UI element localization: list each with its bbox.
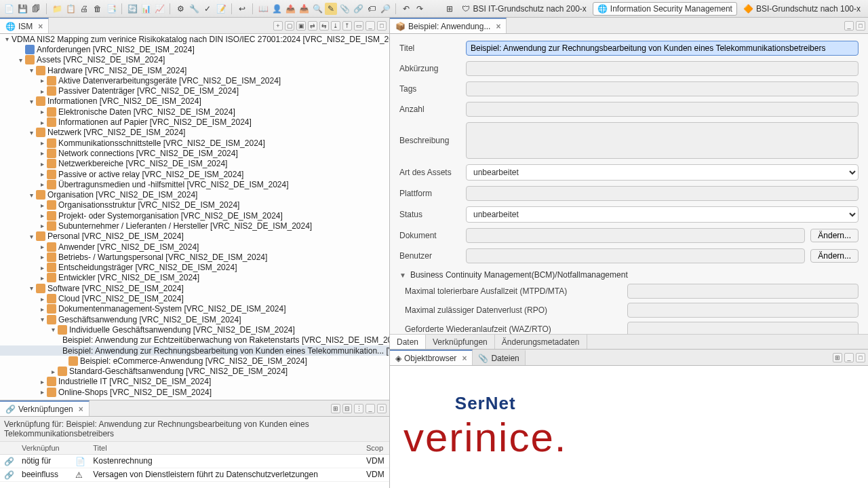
mini-btn[interactable]: ⋮ bbox=[354, 404, 363, 413]
tree-row[interactable]: ▸Kommunikationsschnittstelle [VRC_NIS2_D… bbox=[0, 138, 389, 148]
object-browser-tab[interactable]: ◈ Objektbrowser × bbox=[390, 350, 473, 365]
toolbar-btn[interactable]: 🗑 bbox=[92, 3, 104, 15]
tree-row[interactable]: Beispiel: Anwendung zur Rechnungsbearbei… bbox=[0, 345, 389, 356]
chevron-down-icon[interactable]: ▾ bbox=[49, 326, 57, 333]
button-change-benutzer[interactable]: Ändern... bbox=[810, 249, 859, 263]
tree-row[interactable]: ▾Individuelle Geschäftsanwendung [VRC_NI… bbox=[0, 324, 389, 335]
input-mtpd[interactable] bbox=[627, 284, 859, 299]
chevron-right-icon[interactable]: ▸ bbox=[38, 295, 46, 303]
tree-row[interactable]: ▾Geschäftsanwendung [VRC_NIS2_DE_ISM_202… bbox=[0, 314, 389, 324]
tree-row[interactable]: ▸Cloud [VRC_NIS2_DE_ISM_2024] bbox=[0, 293, 389, 303]
tree-row[interactable]: ▸Anwender [VRC_NIS2_DE_ISM_2024] bbox=[0, 242, 389, 252]
chevron-right-icon[interactable]: ▸ bbox=[38, 170, 46, 178]
tree-row[interactable]: ▾Personal [VRC_NIS2_DE_ISM_2024] bbox=[0, 231, 389, 242]
mini-btn[interactable]: ⊞ bbox=[331, 404, 340, 413]
toolbar-btn[interactable]: ↩ bbox=[236, 3, 248, 15]
edit-icon[interactable]: ✎ bbox=[325, 3, 337, 15]
close-icon[interactable]: × bbox=[38, 22, 43, 31]
input-titel[interactable] bbox=[466, 41, 859, 56]
maximize-icon[interactable]: □ bbox=[856, 21, 865, 31]
mini-btn[interactable]: ⇄ bbox=[308, 21, 317, 31]
col-title[interactable]: Titel bbox=[89, 442, 362, 455]
chevron-right-icon[interactable]: ▸ bbox=[38, 388, 46, 396]
close-icon[interactable]: × bbox=[462, 354, 467, 363]
tree-row[interactable]: ▾Assets [VRC_NIS2_DE_ISM_2024] bbox=[0, 55, 389, 65]
input-dokument[interactable] bbox=[466, 228, 805, 243]
mini-btn[interactable]: ⊟ bbox=[342, 404, 352, 413]
close-icon[interactable]: × bbox=[79, 405, 83, 414]
chevron-right-icon[interactable]: ▸ bbox=[38, 243, 46, 250]
tree-row[interactable]: ▸Aktive Datenverarbeitungsgeräte [VRC_NI… bbox=[0, 75, 389, 86]
perspective-bsi-grundschutz-nach-100-x[interactable]: 🔶BSI-Grundschutz nach 100-x bbox=[738, 2, 865, 16]
toolbar-btn[interactable]: 📊 bbox=[140, 3, 152, 15]
input-waz[interactable] bbox=[627, 322, 859, 334]
chevron-down-icon[interactable]: ▾ bbox=[27, 98, 35, 105]
select-art[interactable]: unbearbeitet bbox=[466, 164, 859, 181]
chevron-right-icon[interactable]: ▸ bbox=[38, 378, 46, 386]
maximize-icon[interactable]: □ bbox=[377, 404, 387, 413]
tree-row[interactable]: ▸Organisationsstruktur [VRC_NIS2_DE_ISM_… bbox=[0, 200, 389, 210]
tree-row[interactable]: ▸Entwickler [VRC_NIS2_DE_ISM_2024] bbox=[0, 273, 389, 283]
tree-row[interactable]: ▸Network connections [VRC_NIS2_DE_ISM_20… bbox=[0, 148, 389, 158]
tree-row[interactable]: ▸Projekt- oder Systemorganisation [VRC_N… bbox=[0, 210, 389, 221]
chevron-down-icon[interactable]: ▾ bbox=[27, 67, 35, 74]
search-icon[interactable]: 🔎 bbox=[379, 3, 391, 15]
input-benutzer[interactable] bbox=[466, 248, 805, 263]
toolbar-btn[interactable]: 📑 bbox=[105, 3, 117, 15]
input-anzahl[interactable] bbox=[466, 102, 859, 117]
toolbar-btn[interactable]: 🔍 bbox=[311, 3, 323, 15]
mini-btn[interactable]: ▭ bbox=[354, 21, 363, 31]
input-plattform[interactable] bbox=[466, 186, 859, 201]
tree-row[interactable]: ▾Netzwerk [VRC_NIS2_DE_ISM_2024] bbox=[0, 128, 389, 138]
toolbar-btn[interactable]: 📎 bbox=[338, 3, 351, 15]
tree-row[interactable]: ▸Netzwerkbereiche [VRC_NIS2_DE_ISM_2024] bbox=[0, 159, 389, 169]
chevron-right-icon[interactable]: ▸ bbox=[38, 264, 46, 271]
chevron-right-icon[interactable]: ▸ bbox=[38, 108, 46, 115]
toolbar-btn[interactable]: 🏷 bbox=[366, 3, 378, 15]
toolbar-btn[interactable]: ✓ bbox=[201, 3, 214, 15]
toolbar-btn[interactable]: 🗐 bbox=[30, 3, 42, 15]
chevron-down-icon[interactable]: ▾ bbox=[16, 56, 24, 64]
select-status[interactable]: unbearbeitet bbox=[466, 206, 859, 223]
links-tab[interactable]: 🔗 Verknüpfungen × bbox=[0, 400, 90, 416]
tab-verknuepfungen[interactable]: Verknüpfungen bbox=[426, 335, 495, 349]
toolbar-btn[interactable]: 🔗 bbox=[352, 3, 364, 15]
tree-row[interactable]: ▸Elektronische Daten [VRC_NIS2_DE_ISM_20… bbox=[0, 107, 389, 117]
tree-row[interactable]: ▾Organisation [VRC_NIS2_DE_ISM_2024] bbox=[0, 189, 389, 200]
toolbar-btn[interactable]: 📝 bbox=[215, 3, 227, 15]
close-icon[interactable]: × bbox=[496, 22, 500, 31]
link-row[interactable]: 🔗nötig für📄KostenrechnungVDM bbox=[0, 455, 389, 468]
section-bcm[interactable]: ▼ Business Continuity Management(BCM)/No… bbox=[399, 270, 859, 280]
link-row[interactable]: 🔗beeinfluss⚠Versagen von Dienstleistern … bbox=[0, 468, 389, 481]
toolbar-btn[interactable]: 📖 bbox=[257, 3, 269, 15]
mini-btn[interactable]: ⇆ bbox=[319, 21, 329, 31]
tree-row[interactable]: ▾Informationen [VRC_NIS2_DE_ISM_2024] bbox=[0, 96, 389, 107]
chevron-right-icon[interactable]: ▸ bbox=[38, 160, 46, 168]
chevron-right-icon[interactable]: ▸ bbox=[38, 222, 46, 229]
chevron-down-icon[interactable]: ▾ bbox=[38, 316, 46, 323]
mini-btn[interactable]: + bbox=[273, 21, 283, 31]
mini-btn[interactable]: ⊞ bbox=[833, 353, 842, 362]
chevron-right-icon[interactable]: ▸ bbox=[38, 149, 46, 157]
tree-row[interactable]: ▸Subunternehmer / Lieferanten / Herstell… bbox=[0, 221, 389, 231]
toolbar-btn[interactable]: 📋 bbox=[64, 3, 77, 15]
toolbar-btn[interactable]: 📄 bbox=[3, 3, 15, 15]
mini-btn[interactable]: ⤓ bbox=[331, 21, 340, 31]
tree-row[interactable]: ▸Online-Shops [VRC_NIS2_DE_ISM_2024] bbox=[0, 387, 389, 397]
files-tab[interactable]: 📎 Dateien bbox=[473, 350, 525, 365]
chevron-down-icon[interactable]: ▾ bbox=[27, 129, 35, 136]
minimize-icon[interactable]: _ bbox=[844, 21, 854, 31]
tree-row[interactable]: Beispiel: Anwendung zur Echtzeitüberwach… bbox=[0, 335, 389, 345]
ism-tab[interactable]: 🌐 ISM × bbox=[0, 18, 49, 33]
input-abk[interactable] bbox=[466, 61, 859, 76]
chevron-right-icon[interactable]: ▸ bbox=[49, 368, 57, 375]
chevron-right-icon[interactable]: ▸ bbox=[38, 305, 46, 313]
tree-row[interactable]: ▸Passive or active relay [VRC_NIS2_DE_IS… bbox=[0, 169, 389, 179]
toolbar-btn[interactable]: 🔧 bbox=[188, 3, 200, 15]
tree-row[interactable]: Beispiel: eCommerce-Anwendung [VRC_NIS2_… bbox=[0, 356, 389, 366]
toolbar-btn[interactable]: ↶ bbox=[400, 3, 412, 15]
tree-row[interactable]: ▾Hardware [VRC_NIS2_DE_ISM_2024] bbox=[0, 65, 389, 75]
tree-row[interactable]: ▸Übertragunsmedien und -hilfsmittel [VRC… bbox=[0, 179, 389, 189]
tab-daten[interactable]: Daten bbox=[390, 335, 426, 349]
toolbar-btn[interactable]: ⚙ bbox=[174, 3, 186, 15]
